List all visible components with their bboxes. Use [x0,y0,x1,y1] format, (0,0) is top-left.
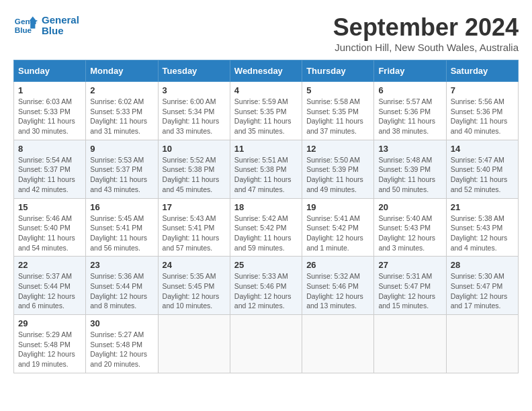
day-number: 8 [18,144,81,154]
logo-icon: General Blue [13,13,38,38]
day-cell: 19 Sunrise: 5:41 AM Sunset: 5:42 PM Dayl… [302,198,374,257]
day-cell [158,315,230,373]
day-detail: Sunrise: 5:33 AM Sunset: 5:46 PM Dayligh… [234,272,292,310]
day-cell: 22 Sunrise: 5:37 AM Sunset: 5:44 PM Dayl… [14,257,86,315]
day-detail: Sunrise: 5:31 AM Sunset: 5:47 PM Dayligh… [378,272,435,310]
day-cell [230,315,302,373]
day-cell: 4 Sunrise: 5:59 AM Sunset: 5:35 PM Dayli… [230,82,302,140]
day-detail: Sunrise: 6:00 AM Sunset: 5:34 PM Dayligh… [163,97,220,135]
day-number: 7 [451,85,514,95]
day-number: 15 [18,202,81,212]
day-number: 17 [163,202,226,212]
day-cell: 12 Sunrise: 5:50 AM Sunset: 5:39 PM Dayl… [302,140,374,198]
weekday-header-sunday: Sunday [14,60,86,82]
day-cell: 28 Sunrise: 5:30 AM Sunset: 5:47 PM Dayl… [446,257,518,315]
weekday-header-monday: Monday [86,60,158,82]
day-detail: Sunrise: 5:35 AM Sunset: 5:45 PM Dayligh… [163,272,220,310]
day-number: 3 [163,85,226,95]
weekday-header-friday: Friday [374,60,446,82]
day-number: 10 [163,144,226,154]
day-detail: Sunrise: 5:32 AM Sunset: 5:46 PM Dayligh… [306,272,363,310]
day-cell: 11 Sunrise: 5:51 AM Sunset: 5:38 PM Dayl… [230,140,302,198]
day-detail: Sunrise: 5:38 AM Sunset: 5:43 PM Dayligh… [451,214,508,252]
day-cell: 29 Sunrise: 5:29 AM Sunset: 5:48 PM Dayl… [14,315,86,373]
day-number: 22 [18,260,81,270]
weekday-header-wednesday: Wednesday [230,60,302,82]
day-detail: Sunrise: 6:02 AM Sunset: 5:33 PM Dayligh… [90,97,147,135]
day-number: 4 [234,85,298,95]
day-cell [446,315,518,373]
day-cell: 5 Sunrise: 5:58 AM Sunset: 5:35 PM Dayli… [302,82,374,140]
day-detail: Sunrise: 5:50 AM Sunset: 5:39 PM Dayligh… [306,156,363,193]
weekday-header-thursday: Thursday [302,60,374,82]
day-detail: Sunrise: 5:48 AM Sunset: 5:39 PM Dayligh… [378,156,435,193]
weekday-header-saturday: Saturday [446,60,518,82]
day-detail: Sunrise: 5:57 AM Sunset: 5:36 PM Dayligh… [378,97,435,135]
day-detail: Sunrise: 6:03 AM Sunset: 5:33 PM Dayligh… [18,97,75,135]
week-row-5: 29 Sunrise: 5:29 AM Sunset: 5:48 PM Dayl… [14,315,519,373]
logo-line1: General [42,15,79,26]
weekday-header-tuesday: Tuesday [158,60,230,82]
day-number: 13 [378,144,441,154]
day-detail: Sunrise: 5:47 AM Sunset: 5:40 PM Dayligh… [451,156,508,193]
svg-text:Blue: Blue [15,26,32,34]
day-cell: 8 Sunrise: 5:54 AM Sunset: 5:37 PM Dayli… [14,140,86,198]
day-cell: 14 Sunrise: 5:47 AM Sunset: 5:40 PM Dayl… [446,140,518,198]
day-number: 27 [378,260,441,270]
day-detail: Sunrise: 5:59 AM Sunset: 5:35 PM Dayligh… [234,97,292,135]
day-cell: 27 Sunrise: 5:31 AM Sunset: 5:47 PM Dayl… [374,257,446,315]
day-number: 6 [378,85,441,95]
day-detail: Sunrise: 5:37 AM Sunset: 5:44 PM Dayligh… [18,272,75,310]
title-section: September 2024 Junction Hill, New South … [333,13,519,53]
week-row-4: 22 Sunrise: 5:37 AM Sunset: 5:44 PM Dayl… [14,257,519,315]
day-cell: 9 Sunrise: 5:53 AM Sunset: 5:37 PM Dayli… [86,140,158,198]
day-number: 30 [90,318,153,328]
day-detail: Sunrise: 5:41 AM Sunset: 5:42 PM Dayligh… [306,214,363,252]
day-cell [302,315,374,373]
day-number: 28 [451,260,514,270]
day-number: 29 [18,318,81,328]
day-cell: 25 Sunrise: 5:33 AM Sunset: 5:46 PM Dayl… [230,257,302,315]
day-number: 2 [90,85,153,95]
day-detail: Sunrise: 5:29 AM Sunset: 5:48 PM Dayligh… [18,330,75,368]
day-number: 20 [378,202,441,212]
day-number: 26 [306,260,369,270]
location-title: Junction Hill, New South Wales, Australi… [333,42,519,53]
weekday-header-row: SundayMondayTuesdayWednesdayThursdayFrid… [14,60,519,82]
day-detail: Sunrise: 5:45 AM Sunset: 5:41 PM Dayligh… [90,214,147,252]
day-detail: Sunrise: 5:43 AM Sunset: 5:41 PM Dayligh… [163,214,220,252]
day-detail: Sunrise: 5:36 AM Sunset: 5:44 PM Dayligh… [90,272,147,310]
day-detail: Sunrise: 5:58 AM Sunset: 5:35 PM Dayligh… [306,97,363,135]
day-cell: 2 Sunrise: 6:02 AM Sunset: 5:33 PM Dayli… [86,82,158,140]
day-detail: Sunrise: 5:56 AM Sunset: 5:36 PM Dayligh… [451,97,508,135]
day-number: 18 [234,202,298,212]
day-cell: 13 Sunrise: 5:48 AM Sunset: 5:39 PM Dayl… [374,140,446,198]
day-number: 25 [234,260,298,270]
day-detail: Sunrise: 5:30 AM Sunset: 5:47 PM Dayligh… [451,272,508,310]
day-cell: 23 Sunrise: 5:36 AM Sunset: 5:44 PM Dayl… [86,257,158,315]
day-number: 11 [234,144,298,154]
header: General Blue General Blue September 2024… [13,13,519,53]
day-detail: Sunrise: 5:53 AM Sunset: 5:37 PM Dayligh… [90,156,147,193]
day-cell: 16 Sunrise: 5:45 AM Sunset: 5:41 PM Dayl… [86,198,158,257]
day-cell: 1 Sunrise: 6:03 AM Sunset: 5:33 PM Dayli… [14,82,86,140]
day-number: 12 [306,144,369,154]
day-cell: 20 Sunrise: 5:40 AM Sunset: 5:43 PM Dayl… [374,198,446,257]
day-number: 24 [163,260,226,270]
day-number: 14 [451,144,514,154]
day-number: 5 [306,85,369,95]
day-number: 1 [18,85,81,95]
day-number: 21 [451,202,514,212]
week-row-1: 1 Sunrise: 6:03 AM Sunset: 5:33 PM Dayli… [14,82,519,140]
day-cell: 26 Sunrise: 5:32 AM Sunset: 5:46 PM Dayl… [302,257,374,315]
day-detail: Sunrise: 5:51 AM Sunset: 5:38 PM Dayligh… [234,156,292,193]
day-cell: 15 Sunrise: 5:46 AM Sunset: 5:40 PM Dayl… [14,198,86,257]
calendar-table: SundayMondayTuesdayWednesdayThursdayFrid… [13,60,519,373]
day-number: 19 [306,202,369,212]
day-number: 9 [90,144,153,154]
day-number: 23 [90,260,153,270]
day-cell: 17 Sunrise: 5:43 AM Sunset: 5:41 PM Dayl… [158,198,230,257]
day-cell: 3 Sunrise: 6:00 AM Sunset: 5:34 PM Dayli… [158,82,230,140]
day-detail: Sunrise: 5:54 AM Sunset: 5:37 PM Dayligh… [18,156,75,193]
week-row-2: 8 Sunrise: 5:54 AM Sunset: 5:37 PM Dayli… [14,140,519,198]
